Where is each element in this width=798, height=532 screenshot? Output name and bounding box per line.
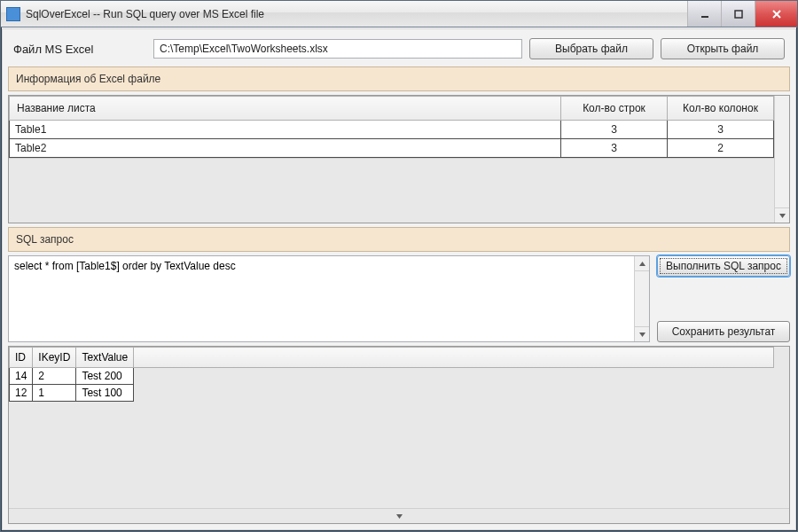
sql-scrollbar[interactable] <box>634 256 649 341</box>
close-icon <box>771 9 782 20</box>
sql-textarea[interactable] <box>9 256 634 341</box>
minimize-button[interactable] <box>687 1 721 27</box>
table-row[interactable]: 12 1 Test 100 <box>10 385 774 402</box>
svg-marker-4 <box>779 214 786 218</box>
result-col-filler <box>134 348 774 368</box>
result-col-textvalue[interactable]: TextValue <box>76 348 134 368</box>
col-row-count[interactable]: Кол-во строк <box>561 97 668 121</box>
info-section-header: Информация об Excel файле <box>8 66 790 91</box>
sql-buttons: Выполнить SQL запрос Сохранить результат <box>657 255 790 342</box>
client-area: Файл MS Excel Выбрать файл Открыть файл … <box>2 28 796 530</box>
sheets-table[interactable]: Название листа Кол-во строк Кол-во колон… <box>9 96 774 158</box>
window-controls <box>687 1 797 27</box>
result-col-ikeyid[interactable]: IKeyID <box>33 348 76 368</box>
maximize-icon <box>733 9 744 20</box>
table-row[interactable]: Table2 3 2 <box>10 139 774 158</box>
result-scrollbar[interactable] <box>9 508 789 523</box>
maximize-button[interactable] <box>721 1 755 27</box>
run-sql-button[interactable]: Выполнить SQL запрос <box>657 255 790 277</box>
scroll-up-icon[interactable] <box>635 256 649 271</box>
svg-marker-5 <box>639 262 645 266</box>
col-col-count[interactable]: Кол-во колонок <box>668 97 774 121</box>
app-window: SqlOverExcel -- Run SQL query over MS Ex… <box>0 0 798 532</box>
titlebar[interactable]: SqlOverExcel -- Run SQL query over MS Ex… <box>1 1 797 27</box>
minimize-icon <box>700 9 710 20</box>
result-col-id[interactable]: ID <box>10 348 33 368</box>
file-label: Файл MS Excel <box>13 43 146 56</box>
col-sheet-name[interactable]: Название листа <box>10 97 561 121</box>
file-row: Файл MS Excel Выбрать файл Открыть файл <box>8 35 790 63</box>
sheets-grid: Название листа Кол-во строк Кол-во колон… <box>8 95 790 223</box>
grid-empty-area <box>9 158 774 223</box>
table-row[interactable]: 14 2 Test 200 <box>10 368 774 385</box>
open-file-button[interactable]: Открыть файл <box>661 38 785 59</box>
close-button[interactable] <box>755 1 797 27</box>
choose-file-button[interactable]: Выбрать файл <box>529 38 653 59</box>
scroll-down-icon[interactable] <box>9 508 789 523</box>
sql-section-header: SQL запрос <box>8 227 790 252</box>
file-path-input[interactable] <box>153 39 522 59</box>
svg-marker-6 <box>639 332 645 337</box>
sql-text-wrap <box>8 255 650 342</box>
svg-marker-7 <box>396 514 403 519</box>
window-title: SqlOverExcel -- Run SQL query over MS Ex… <box>26 8 687 20</box>
save-result-button[interactable]: Сохранить результат <box>657 321 790 342</box>
result-grid: ID IKeyID TextValue 14 2 Test 200 12 <box>8 346 790 524</box>
app-icon <box>6 7 20 21</box>
sql-row: Выполнить SQL запрос Сохранить результат <box>8 255 790 342</box>
svg-rect-1 <box>735 11 742 18</box>
result-table[interactable]: ID IKeyID TextValue 14 2 Test 200 12 <box>9 347 774 402</box>
sheets-scrollbar[interactable] <box>774 96 789 223</box>
scroll-down-icon[interactable] <box>635 326 649 341</box>
table-row[interactable]: Table1 3 3 <box>10 121 774 139</box>
result-empty-area <box>9 402 774 508</box>
scroll-down-icon[interactable] <box>775 207 789 223</box>
